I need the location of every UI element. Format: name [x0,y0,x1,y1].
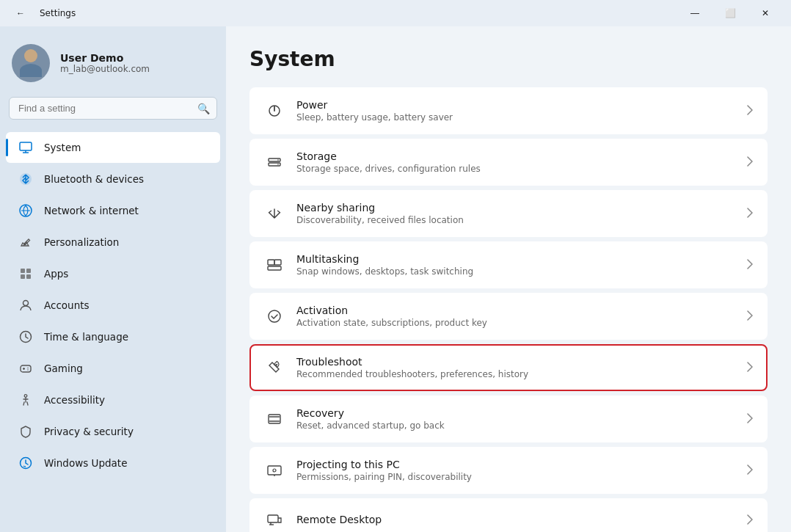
chevron-icon-activation [747,310,753,323]
nav-icon-personalization [18,234,34,250]
main-content: User Demo m_lab@outlook.com 🔍 System Blu… [0,26,791,532]
nav-icon-system [18,139,34,156]
sidebar: User Demo m_lab@outlook.com 🔍 System Blu… [0,26,226,532]
avatar-head [24,49,37,62]
setting-label-projecting: Projecting to this PC [296,459,735,470]
close-icon: ✕ [762,8,769,18]
setting-item-nearby[interactable]: Nearby sharingDiscoverability, received … [249,190,768,237]
sidebar-item-label-accounts: Accounts [44,299,90,311]
nav-icon-network [18,203,34,219]
sidebar-item-label-gaming: Gaming [44,362,83,374]
close-button[interactable]: ✕ [748,2,782,24]
back-button[interactable]: ← [9,2,32,24]
nav-icon-privacy [18,423,34,440]
nav-icon-apps [18,266,34,282]
sidebar-item-label-privacy: Privacy & security [44,426,134,437]
svg-point-15 [27,369,28,370]
setting-label-activation: Activation [296,305,735,316]
setting-text-recovery: RecoveryReset, advanced startup, go back [296,407,735,431]
sidebar-item-privacy[interactable]: Privacy & security [6,416,220,447]
setting-item-troubleshoot[interactable]: TroubleshootRecommended troubleshooters,… [249,344,768,391]
sidebar-item-apps[interactable]: Apps [6,258,220,289]
settings-list: PowerSleep, battery usage, battery saver… [249,87,768,532]
user-info: User Demo m_lab@outlook.com [60,52,150,74]
title-bar-title: Settings [40,8,76,18]
minimize-icon: — [690,8,699,18]
chevron-icon-remote [747,514,753,527]
setting-text-multitasking: MultitaskingSnap windows, desktops, task… [296,253,735,277]
chevron-icon-troubleshoot [747,362,753,374]
setting-icon-recovery [264,409,285,429]
setting-desc-activation: Activation state, subscriptions, product… [296,318,735,328]
setting-icon-activation [264,306,285,327]
setting-icon-nearby [264,203,285,224]
sidebar-item-label-update: Windows Update [44,457,127,469]
sidebar-item-time[interactable]: Time & language [6,321,220,352]
sidebar-item-personalization[interactable]: Personalization [6,227,220,258]
title-bar-left: ← Settings [9,2,76,24]
setting-label-nearby: Nearby sharing [296,202,735,214]
setting-item-projecting[interactable]: Projecting to this PCPermissions, pairin… [249,447,768,494]
svg-rect-5 [21,269,25,273]
search-icon: 🔍 [197,103,210,114]
setting-item-recovery[interactable]: RecoveryReset, advanced startup, go back [249,396,768,442]
setting-desc-projecting: Permissions, pairing PIN, discoverabilit… [296,472,735,482]
setting-text-remote: Remote Desktop [296,514,735,527]
setting-text-projecting: Projecting to this PCPermissions, pairin… [296,459,735,482]
setting-icon-remote [264,510,285,531]
svg-rect-27 [269,415,280,423]
avatar [12,44,50,82]
setting-desc-multitasking: Snap windows, desktops, task switching [296,266,735,277]
page-title: System [249,47,768,71]
sidebar-item-label-time: Time & language [44,331,128,343]
search-box: 🔍 [9,97,217,120]
setting-desc-nearby: Discoverability, received files location [296,215,735,225]
svg-point-9 [23,301,29,306]
svg-rect-11 [21,365,31,372]
sidebar-item-update[interactable]: Windows Update [6,448,220,478]
setting-icon-power [264,101,285,121]
svg-rect-28 [268,466,281,475]
svg-point-22 [277,164,279,165]
sidebar-item-gaming[interactable]: Gaming [6,353,220,384]
setting-label-multitasking: Multitasking [296,253,735,265]
sidebar-item-accounts[interactable]: Accounts [6,290,220,321]
setting-item-activation[interactable]: ActivationActivation state, subscription… [249,293,768,340]
user-profile[interactable]: User Demo m_lab@outlook.com [0,35,226,97]
setting-text-troubleshoot: TroubleshootRecommended troubleshooters,… [296,356,735,379]
svg-point-26 [269,310,280,322]
setting-item-remote[interactable]: Remote Desktop [249,498,768,532]
svg-point-16 [24,395,27,398]
setting-label-recovery: Recovery [296,407,735,419]
setting-item-storage[interactable]: StorageStorage space, drives, configurat… [249,139,768,186]
avatar-body [20,64,42,77]
setting-item-power[interactable]: PowerSleep, battery usage, battery saver [249,87,768,134]
setting-text-storage: StorageStorage space, drives, configurat… [296,150,735,174]
svg-rect-25 [268,266,281,270]
maximize-button[interactable]: ⬜ [713,2,747,24]
user-name: User Demo [60,52,150,64]
sidebar-item-network[interactable]: Network & internet [6,195,220,226]
search-input[interactable] [9,97,217,120]
nav-icon-accounts [18,297,34,313]
svg-rect-7 [21,274,25,279]
chevron-icon-storage [747,156,753,169]
sidebar-item-system[interactable]: System [6,132,220,163]
nav-icon-accessibility [18,392,34,408]
back-icon: ← [16,8,25,18]
setting-label-remote: Remote Desktop [296,514,735,525]
nav-icon-gaming [18,360,34,376]
setting-item-multitasking[interactable]: MultitaskingSnap windows, desktops, task… [249,241,768,288]
nav-icon-time [18,329,34,345]
sidebar-item-label-personalization: Personalization [44,236,119,248]
svg-rect-0 [20,142,32,150]
avatar-figure [20,49,42,77]
sidebar-item-accessibility[interactable]: Accessibility [6,385,220,415]
chevron-icon-nearby [747,208,753,220]
chevron-icon-power [747,105,753,117]
minimize-button[interactable]: — [678,2,712,24]
svg-rect-31 [268,515,278,522]
sidebar-item-bluetooth[interactable]: Bluetooth & devices [6,164,220,194]
maximize-icon: ⬜ [725,8,736,18]
svg-point-14 [27,368,28,368]
